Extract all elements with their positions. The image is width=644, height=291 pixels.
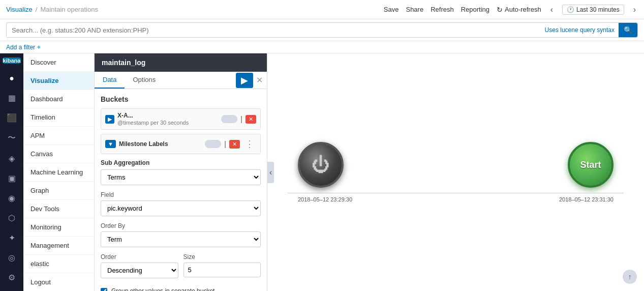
nav-item-visualize[interactable]: Visualize [23,72,94,90]
buckets-label: Buckets [101,95,261,103]
power-button[interactable]: ⏻ [298,142,344,188]
group-checkbox[interactable] [101,288,107,292]
topbar-actions: Save Share Refresh Reporting ↻ Auto-refr… [384,4,638,15]
panel-tabs: Data Options ▶ ✕ [95,72,267,89]
viz-content: ⏻ Start 2018–05–12 23:29:30 2018–05–12 2… [267,132,644,213]
sidebar-item-devtools[interactable]: ✦ [0,228,23,248]
nav-item-ml[interactable]: Machine Learning [23,163,94,182]
main-layout: kibana ● ▦ ⬛ 〜 ◈ ▣ ◉ ⬡ ✦ ◎ [0,53,644,291]
auto-refresh-button[interactable]: ↻ Auto-refresh [497,6,541,14]
nav-item-management[interactable]: Management [23,237,94,255]
refresh-button[interactable]: Refresh [431,6,454,13]
bucket-row-milestone: ▼ Milestone Labels | ✕ ⋮ [101,134,261,154]
run-button[interactable]: ▶ [236,73,253,88]
sidebar-item-graph[interactable]: ⬡ [0,208,23,228]
orderby-label: Order By [101,222,261,229]
expand-button[interactable]: ↑ [623,270,637,284]
nav-item-canvas[interactable]: Canvas [23,145,94,163]
time-range-badge[interactable]: 🕐 Last 30 minutes [562,5,624,15]
sidebar-item-apm[interactable]: ◈ [0,149,23,168]
lucene-syntax-link[interactable]: Uses lucene query syntax [545,26,619,34]
tab-options[interactable]: Options [125,72,164,89]
time-prev-arrow[interactable]: ‹ [548,4,555,15]
bucket-expand-button-milestone[interactable]: ▼ [105,140,116,148]
nav-item-timelion[interactable]: Timelion [23,108,94,127]
bucket-edit-icon-milestone[interactable]: | [224,140,226,148]
panel-content: Buckets ▶ X-A... @timestamp per 30 secon… [95,89,267,291]
save-button[interactable]: Save [384,6,399,13]
collapse-panel-button[interactable]: ‹ [267,162,274,183]
order-select[interactable]: Descending Ascending [101,263,178,278]
ellipsis-button[interactable]: ⋮ [243,137,256,151]
sub-agg-select[interactable]: Terms Histogram Date Histogram Range IPv… [101,169,261,185]
nav-item-graph[interactable]: Graph [23,182,94,200]
orderby-form-group: Order By Term Custom Metric Alphabetical [101,222,261,247]
visualization-area: ‹ ⏻ Start 2018–05–12 23:29:30 2018–05–12… [267,53,644,291]
share-button[interactable]: Share [406,6,423,13]
field-label: Field [101,191,261,198]
bucket-delete-button-milestone[interactable]: ✕ [229,140,240,149]
start-label: Start [580,160,601,170]
sidebar-item-discover[interactable]: ● [0,69,23,88]
clock-icon: 🕐 [567,6,574,13]
sidebar-item-timelion[interactable]: 〜 [0,128,23,149]
breadcrumb: Visualize / Maintain operations [6,6,376,13]
sidebar-item-management[interactable]: ⚙ [0,268,23,287]
power-button-container: ⏻ [298,142,344,188]
sidebar-item-visualize[interactable]: ▦ [0,88,23,108]
breadcrumb-current: Maintain operations [40,6,98,13]
management-icon: ⚙ [8,273,15,282]
close-button[interactable]: ✕ [256,75,263,85]
panel-title: maintain_log [95,53,267,72]
nav-item-devtools[interactable]: Dev Tools [23,200,94,218]
nav-item-dashboard[interactable]: Dashboard [23,90,94,108]
add-filter-link[interactable]: Add a filter + [6,44,41,51]
kibana-logo[interactable]: kibana [3,57,21,64]
time-next-arrow[interactable]: › [631,4,638,15]
nav-item-logout[interactable]: Logout [23,273,94,291]
tab-data[interactable]: Data [95,72,125,89]
filter-bar: Add a filter + [0,41,644,53]
nav-item-user[interactable]: elastic [23,255,94,273]
orderby-select[interactable]: Term Custom Metric Alphabetical [101,231,261,247]
search-button[interactable]: 🔍 [619,23,637,37]
field-select[interactable]: pic.keyword host.keyword status.keyword [101,200,261,216]
bucket-delete-button-xaxis[interactable]: ✕ [246,115,256,124]
sidebar-item-canvas[interactable]: ▣ [0,168,23,188]
nav-item-apm[interactable]: APM [23,127,94,145]
bucket-name-milestone: Milestone Labels [119,140,168,148]
group-checkbox-row: Group other values in separate bucket [101,287,261,291]
apm-icon: ◈ [9,154,15,163]
order-size-row: Order Descending Ascending Size [101,253,261,284]
nav-item-discover[interactable]: Discover [23,53,94,72]
sidebar-item-user[interactable]: 👤 [0,287,23,291]
breadcrumb-visualize-link[interactable]: Visualize [6,6,33,13]
bucket-edit-icon-xaxis[interactable]: | [240,115,242,123]
reporting-button[interactable]: Reporting [461,6,489,13]
devtools-icon: ✦ [9,233,15,243]
order-label: Order [101,253,178,260]
ml-icon: ◉ [8,193,15,203]
logo-text: kibana [3,57,21,64]
bucket-toggle-milestone[interactable] [205,140,221,148]
search-input[interactable] [7,23,545,37]
sub-aggregation-label: Sub Aggregation [101,159,261,166]
sidebar-item-ml[interactable]: ◉ [0,188,23,208]
viz-timeline: 2018–05–12 23:29:30 2018–05–12 23:31:30 [288,193,624,202]
start-button[interactable]: Start [568,142,614,188]
bucket-row-xaxis: ▶ X-A... @timestamp per 30 seconds | ✕ [101,108,261,130]
sidebar-item-monitoring[interactable]: ◎ [0,248,23,268]
middle-panel: maintain_log Data Options ▶ ✕ Buckets ▶ … [95,53,267,291]
timeline-end: 2018–05–12 23:31:30 [559,196,614,202]
sidebar-item-dashboard[interactable]: ⬛ [0,108,23,128]
graph-icon: ⬡ [8,213,15,223]
start-button-container: Start [568,142,614,188]
bucket-toggle-xaxis[interactable] [221,115,237,123]
search-wrapper: Uses lucene query syntax 🔍 [6,22,638,38]
power-icon: ⏻ [312,154,330,176]
nav-item-monitoring[interactable]: Monitoring [23,218,94,237]
bucket-detail-xaxis: @timestamp per 30 seconds [117,120,189,126]
size-input[interactable] [183,263,261,277]
breadcrumb-separator: / [36,6,38,13]
bucket-expand-button-xaxis[interactable]: ▶ [105,115,114,124]
